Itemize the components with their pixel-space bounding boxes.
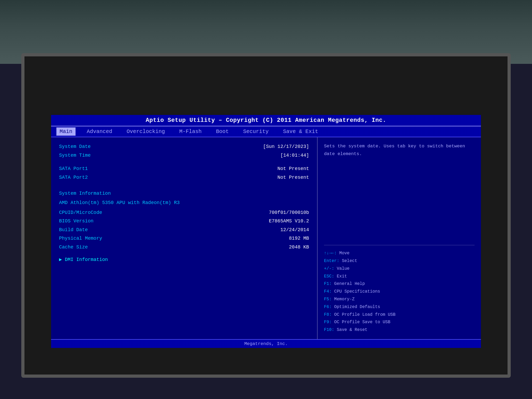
right-panel: Sets the system date. Uses tab key to sw… [318, 137, 481, 339]
keybind-f10-key: F10: [324, 327, 334, 332]
keybind-value-key: +/-: [324, 266, 334, 271]
nav-item-advanced[interactable]: Advanced [84, 127, 115, 136]
build-date-label: Build Date [59, 226, 128, 234]
monitor-frame: Aptio Setup Utility – Copyright (C) 2011… [21, 53, 511, 378]
system-date-row[interactable]: System Date [Sun 12/17/2023] [59, 143, 309, 151]
keybind-f6-key: F6: [324, 305, 332, 309]
keybind-f8-desc: OC Profile Load from USB [334, 312, 395, 317]
keybind-f5-key: F5: [324, 297, 332, 302]
keybind-esc-key: ESC: [324, 274, 334, 279]
keybind-f9-key: F9: [324, 320, 332, 325]
sata-port1-label: SATA Port1 [59, 165, 128, 173]
bottom-bar-text: Megatrends, Inc. [244, 341, 288, 346]
system-time-row[interactable]: System Time [14:01:44] [59, 151, 309, 160]
system-info-heading: System Information [59, 189, 309, 198]
build-date-value: 12/24/2014 [280, 226, 309, 234]
keybind-f10-desc: Save & Reset [337, 327, 367, 332]
spacer-1 [59, 160, 309, 165]
keybind-f8: F8: OC Profile Load from USB [324, 311, 475, 319]
keybind-f8-key: F8: [324, 312, 332, 317]
system-time-value: [14:01:44] [280, 151, 309, 160]
cache-size-value: 2048 KB [289, 243, 309, 251]
keybind-f4-desc: CPU Specifications [334, 289, 380, 294]
keybind-f4: F4: CPU Specifications [324, 288, 475, 296]
bios-version-label: BIOS Version [59, 217, 128, 225]
bottom-bar: Megatrends, Inc. [51, 339, 481, 348]
nav-item-security[interactable]: Security [240, 127, 272, 136]
keybind-f9-desc: OC Profile Save to USB [334, 320, 390, 325]
system-time-label: System Time [59, 151, 128, 160]
cache-size-row: Cache Size 2048 KB [59, 243, 309, 251]
keybind-f9: F9: OC Profile Save to USB [324, 318, 475, 326]
cpuid-value: 700f01/700010b [269, 209, 309, 217]
physical-memory-label: Physical Memory [59, 234, 128, 243]
system-date-label: System Date [59, 143, 128, 151]
keybind-move-key: ↑↓→←: [324, 251, 337, 256]
keybind-f10: F10: Save & Reset [324, 326, 475, 334]
sata-port1-value: Not Present [277, 165, 309, 173]
keybind-f6-desc: Optimized Defaults [334, 305, 380, 309]
keybind-f6: F6: Optimized Defaults [324, 303, 475, 311]
cache-size-label: Cache Size [59, 243, 128, 251]
nav-bar: Main Advanced Overclocking M-Flash Boot … [51, 126, 481, 137]
bios-header: Aptio Setup Utility – Copyright (C) 2011… [51, 115, 481, 126]
keybind-esc: ESC: Exit [324, 273, 475, 280]
physical-memory-value: 8192 MB [289, 234, 309, 243]
keybind-esc-desc: Exit [337, 274, 347, 279]
keybind-enter: Enter: Select [324, 257, 475, 265]
bios-screen: Aptio Setup Utility – Copyright (C) 2011… [51, 115, 481, 348]
build-date-row: Build Date 12/24/2014 [59, 226, 309, 234]
keybind-move-desc: Move [339, 251, 350, 256]
dmi-label: ▶ DMI Information [59, 257, 108, 262]
system-date-value: [Sun 12/17/2023] [263, 143, 309, 151]
keybind-f1: F1: General Help [324, 280, 475, 288]
dmi-information-item[interactable]: ▶ DMI Information [59, 256, 309, 264]
sata-port2-label: SATA Port2 [59, 173, 128, 182]
nav-item-overclocking[interactable]: Overclocking [123, 127, 168, 136]
sata-port1-row: SATA Port1 Not Present [59, 165, 309, 173]
bios-version-value: E7865AMS V10.2 [269, 217, 309, 225]
nav-item-save-exit[interactable]: Save & Exit [280, 127, 321, 136]
spacer-2 [59, 182, 309, 187]
keybind-enter-desc: Select [342, 259, 357, 263]
keybind-f1-desc: General Help [334, 281, 365, 286]
cpu-line: AMD Athlon(tm) 5350 APU with Radeon(tm) … [59, 199, 309, 207]
keybind-value-desc: Value [337, 266, 350, 271]
cpuid-row: CPUID/MicroCode 700f01/700010b [59, 209, 309, 217]
keybind-f4-key: F4: [324, 289, 332, 294]
keybind-f1-key: F1: [324, 281, 332, 286]
keybind-move: ↑↓→←: Move [324, 250, 475, 257]
physical-memory-row: Physical Memory 8192 MB [59, 234, 309, 243]
sata-port2-row: SATA Port2 Not Present [59, 173, 309, 182]
left-panel: System Date [Sun 12/17/2023] System Time… [51, 137, 318, 339]
keybinds: ↑↓→←: Move Enter: Select +/-: Value ESC:… [324, 250, 475, 334]
help-text: Sets the system date. Uses tab key to sw… [324, 143, 475, 241]
keybind-f5: F5: Memory-Z [324, 296, 475, 303]
nav-item-mflash[interactable]: M-Flash [176, 127, 205, 136]
keybind-value: +/-: Value [324, 265, 475, 273]
keybind-f5-desc: Memory-Z [334, 297, 355, 302]
main-content: System Date [Sun 12/17/2023] System Time… [51, 137, 481, 339]
divider [324, 245, 475, 245]
bios-version-row: BIOS Version E7865AMS V10.2 [59, 217, 309, 225]
keybind-enter-key: Enter: [324, 259, 339, 263]
header-title: Aptio Setup Utility – Copyright (C) 2011… [146, 117, 386, 124]
nav-item-boot[interactable]: Boot [213, 127, 232, 136]
sata-port2-value: Not Present [277, 173, 309, 182]
nav-item-main[interactable]: Main [56, 127, 76, 136]
cpuid-label: CPUID/MicroCode [59, 209, 128, 217]
